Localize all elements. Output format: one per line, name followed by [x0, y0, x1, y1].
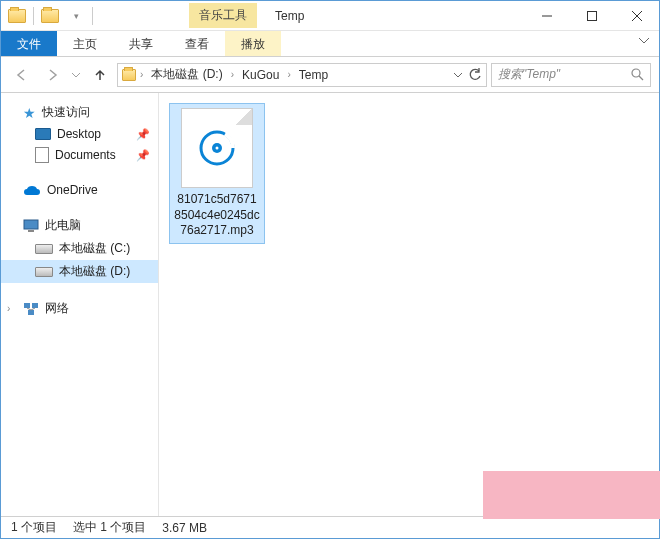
tab-file[interactable]: 文件: [1, 31, 57, 56]
pin-icon: 📌: [136, 128, 150, 141]
qat-folder-1[interactable]: [5, 5, 29, 27]
sidebar-this-pc[interactable]: 此电脑: [1, 214, 158, 237]
folder-icon: [41, 9, 59, 23]
file-list[interactable]: 81071c5d76718504c4e0245dc76a2717.mp3: [159, 93, 659, 516]
close-icon: [632, 11, 642, 21]
search-icon: [631, 68, 644, 81]
sidebar-drive-d[interactable]: 本地磁盘 (D:): [1, 260, 158, 283]
search-placeholder: 搜索"Temp": [498, 66, 560, 83]
svg-point-4: [632, 69, 640, 77]
status-size: 3.67 MB: [162, 521, 207, 535]
breadcrumb-segment[interactable]: KuGou: [238, 66, 283, 84]
title-bar: ▾ 音乐工具 Temp: [1, 1, 659, 31]
minimize-button[interactable]: [524, 2, 569, 30]
chevron-right-icon: ›: [138, 69, 145, 80]
status-bar: 1 个项目 选中 1 个项目 3.67 MB: [1, 516, 659, 538]
maximize-icon: [587, 11, 597, 21]
search-input[interactable]: 搜索"Temp": [491, 63, 651, 87]
close-button[interactable]: [614, 2, 659, 30]
window-controls: [524, 2, 659, 30]
overlay-box: [483, 471, 660, 519]
sidebar-label: 此电脑: [45, 217, 81, 234]
arrow-left-icon: [15, 68, 29, 82]
document-icon: [35, 147, 49, 163]
sidebar-onedrive[interactable]: OneDrive: [1, 180, 158, 200]
refresh-icon[interactable]: [468, 68, 482, 82]
window-title: Temp: [275, 9, 304, 23]
pc-icon: [23, 219, 39, 233]
network-icon: [23, 302, 39, 316]
sidebar-quick-access[interactable]: ★ 快速访问: [1, 101, 158, 124]
sidebar-documents[interactable]: Documents 📌: [1, 144, 158, 166]
sidebar-label: Documents: [55, 148, 116, 162]
chevron-right-icon: ›: [285, 69, 292, 80]
sidebar-label: OneDrive: [47, 183, 98, 197]
maximize-button[interactable]: [569, 2, 614, 30]
address-bar[interactable]: › 本地磁盘 (D:) › KuGou › Temp: [117, 63, 487, 87]
qat-folder-2[interactable]: [38, 5, 62, 27]
chevron-down-icon: [639, 36, 649, 44]
sidebar-label: 网络: [45, 300, 69, 317]
ribbon-expand[interactable]: [629, 31, 659, 56]
chevron-down-icon[interactable]: [454, 71, 462, 79]
contextual-tab-label: 音乐工具: [189, 3, 257, 28]
nav-forward[interactable]: [39, 62, 65, 88]
folder-icon: [122, 69, 136, 81]
quick-access-toolbar: ▾: [1, 5, 99, 27]
nav-recent[interactable]: [69, 62, 83, 88]
nav-back[interactable]: [9, 62, 35, 88]
body-area: ★ 快速访问 Desktop 📌 Documents 📌 OneDrive: [1, 93, 659, 516]
tab-share[interactable]: 共享: [113, 31, 169, 56]
svg-rect-1: [587, 11, 596, 20]
file-name: 81071c5d76718504c4e0245dc76a2717.mp3: [174, 192, 260, 239]
breadcrumb-segment[interactable]: 本地磁盘 (D:): [147, 64, 226, 85]
svg-rect-9: [32, 303, 38, 308]
onedrive-icon: [23, 184, 41, 196]
chevron-down-icon: [72, 71, 80, 79]
drive-icon: [35, 244, 53, 254]
svg-rect-7: [28, 230, 34, 232]
pin-icon: 📌: [136, 149, 150, 162]
status-selected-count: 选中 1 个项目: [73, 519, 146, 536]
sidebar-label: 本地磁盘 (C:): [59, 240, 130, 257]
file-item[interactable]: 81071c5d76718504c4e0245dc76a2717.mp3: [169, 103, 265, 244]
svg-line-11: [27, 308, 31, 310]
arrow-up-icon: [93, 68, 107, 82]
svg-rect-6: [24, 220, 38, 229]
address-controls: [454, 68, 482, 82]
tab-home[interactable]: 主页: [57, 31, 113, 56]
sidebar-label: 快速访问: [42, 104, 90, 121]
tab-play[interactable]: 播放: [225, 31, 281, 56]
folder-icon: [8, 9, 26, 23]
star-icon: ★: [23, 105, 36, 121]
breadcrumb-segment[interactable]: Temp: [295, 66, 332, 84]
tab-view[interactable]: 查看: [169, 31, 225, 56]
navigation-pane: ★ 快速访问 Desktop 📌 Documents 📌 OneDrive: [1, 93, 159, 516]
sidebar-network[interactable]: › 网络: [1, 297, 158, 320]
svg-rect-10: [28, 310, 34, 315]
svg-line-5: [639, 76, 643, 80]
chevron-right-icon: ›: [229, 69, 236, 80]
separator: [92, 7, 93, 25]
minimize-icon: [542, 11, 552, 21]
svg-rect-8: [24, 303, 30, 308]
drive-icon: [35, 267, 53, 277]
music-disc-icon: [197, 128, 237, 168]
status-item-count: 1 个项目: [11, 519, 57, 536]
separator: [33, 7, 34, 25]
qat-dropdown[interactable]: ▾: [64, 5, 88, 27]
navigation-bar: › 本地磁盘 (D:) › KuGou › Temp 搜索"Temp": [1, 57, 659, 93]
sidebar-label: 本地磁盘 (D:): [59, 263, 130, 280]
sidebar-desktop[interactable]: Desktop 📌: [1, 124, 158, 144]
ribbon-tabs: 文件 主页 共享 查看 播放: [1, 31, 659, 57]
svg-point-15: [216, 147, 219, 150]
svg-line-12: [31, 308, 35, 310]
file-thumbnail: [181, 108, 253, 188]
arrow-right-icon: [45, 68, 59, 82]
sidebar-drive-c[interactable]: 本地磁盘 (C:): [1, 237, 158, 260]
chevron-right-icon: ›: [7, 303, 17, 314]
sidebar-label: Desktop: [57, 127, 101, 141]
nav-up[interactable]: [87, 62, 113, 88]
desktop-icon: [35, 128, 51, 140]
